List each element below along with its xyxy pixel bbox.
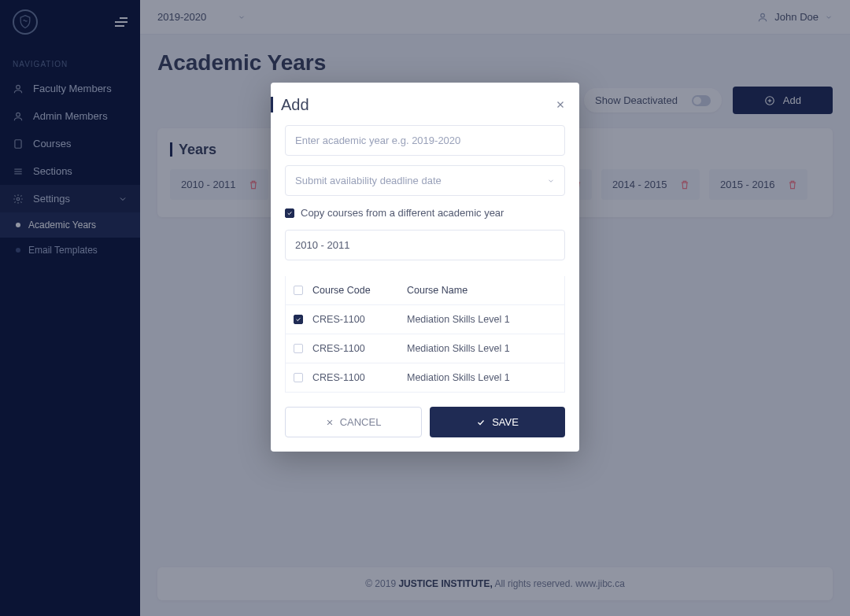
modal-close[interactable]: [556, 100, 565, 109]
courses-table: Course Code Course Name CRES-1100 Mediat…: [285, 276, 565, 393]
academic-year-input[interactable]: [285, 125, 565, 156]
modal-title: Add: [271, 97, 309, 113]
copy-year-value[interactable]: 2010 - 2011: [285, 230, 565, 260]
checkbox-empty-icon[interactable]: [294, 373, 303, 382]
modal-overlay: Add Submit availability deadline date Co…: [0, 0, 850, 616]
checkbox-checked-icon[interactable]: [294, 315, 303, 324]
row-code: CRES-1100: [312, 343, 407, 354]
th-name: Course Name: [407, 285, 556, 296]
cancel-button[interactable]: CANCEL: [285, 407, 422, 437]
save-button[interactable]: SAVE: [430, 407, 565, 437]
table-row: CRES-1100 Mediation Skills Level 1: [286, 363, 564, 392]
row-name: Mediation Skills Level 1: [407, 372, 556, 383]
table-header: Course Code Course Name: [286, 276, 564, 304]
row-name: Mediation Skills Level 1: [407, 343, 556, 354]
cancel-label: CANCEL: [340, 416, 382, 428]
row-code: CRES-1100: [312, 372, 407, 383]
deadline-date-select[interactable]: Submit availability deadline date: [285, 165, 565, 196]
check-icon: [476, 418, 486, 427]
save-label: SAVE: [492, 416, 519, 428]
checkbox-checked-icon: [285, 208, 294, 218]
close-icon: [326, 419, 334, 426]
close-icon: [556, 100, 565, 109]
modal-actions: CANCEL SAVE: [285, 407, 565, 437]
deadline-placeholder: Submit availability deadline date: [295, 175, 442, 186]
th-code: Course Code: [312, 285, 407, 296]
row-name: Mediation Skills Level 1: [407, 314, 556, 325]
copy-courses-checkbox[interactable]: Copy courses from a different academic y…: [285, 207, 565, 219]
checkbox-all[interactable]: [294, 286, 303, 295]
row-code: CRES-1100: [312, 314, 407, 325]
add-modal: Add Submit availability deadline date Co…: [271, 83, 579, 452]
checkbox-empty-icon[interactable]: [294, 344, 303, 353]
chevron-down-icon: [547, 177, 555, 185]
table-row: CRES-1100 Mediation Skills Level 1: [286, 334, 564, 363]
copy-courses-label: Copy courses from a different academic y…: [301, 207, 504, 219]
table-row: CRES-1100 Mediation Skills Level 1: [286, 304, 564, 334]
